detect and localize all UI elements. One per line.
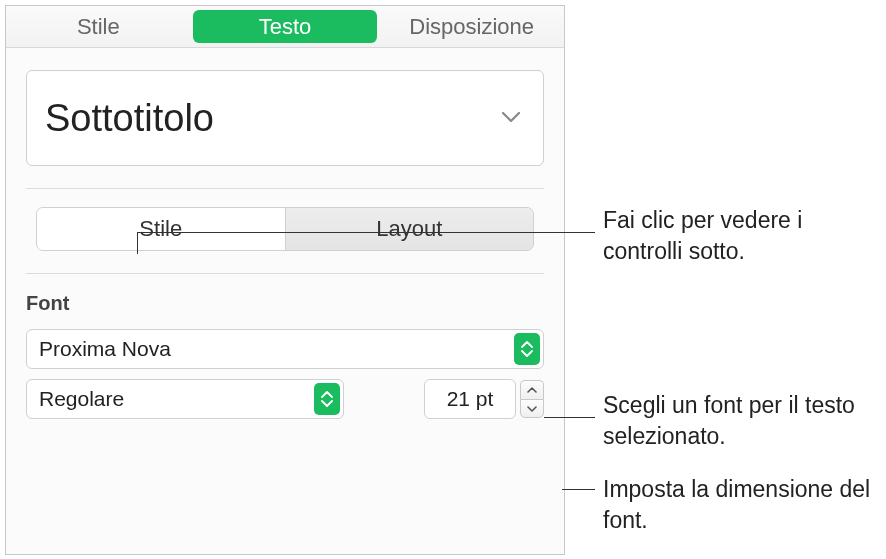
updown-arrows-icon xyxy=(314,383,340,415)
tab-label: Disposizione xyxy=(409,14,534,40)
font-size-value: 21 pt xyxy=(447,387,494,411)
chevron-up-icon xyxy=(527,387,537,393)
callout-line xyxy=(544,417,595,418)
segment-label: Layout xyxy=(376,216,442,242)
stepper-up-button[interactable] xyxy=(520,380,544,399)
inspector-content: Sottotitolo Stile Layout Font Proxima No… xyxy=(6,48,564,449)
font-typeface-select[interactable]: Regolare xyxy=(26,379,344,419)
font-typeface-row: Regolare 21 pt xyxy=(26,379,544,419)
paragraph-style-value: Sottotitolo xyxy=(45,97,214,140)
callout-text: Imposta la dimensione del font. xyxy=(603,474,883,536)
stepper-down-button[interactable] xyxy=(520,399,544,418)
tab-disposizione[interactable]: Disposizione xyxy=(379,6,564,47)
font-family-value: Proxima Nova xyxy=(39,337,171,361)
tab-stile[interactable]: Stile xyxy=(6,6,191,47)
callout-text: Scegli un font per il testo selezionato. xyxy=(603,390,883,452)
chevron-down-icon xyxy=(501,109,521,127)
callout-line xyxy=(137,232,595,233)
format-inspector-panel: Stile Testo Disposizione Sottotitolo Sti… xyxy=(5,5,565,555)
callout-line xyxy=(137,232,138,254)
font-typeface-value: Regolare xyxy=(39,387,124,411)
subtab-stile[interactable]: Stile xyxy=(37,208,286,250)
inspector-tabs: Stile Testo Disposizione xyxy=(6,6,564,48)
font-size-group: 21 pt xyxy=(424,379,544,419)
callout-line xyxy=(562,489,595,490)
tab-label: Stile xyxy=(77,14,120,40)
updown-arrows-icon xyxy=(514,333,540,365)
font-size-stepper xyxy=(520,379,544,419)
subtab-layout[interactable]: Layout xyxy=(286,208,534,250)
paragraph-style-select[interactable]: Sottotitolo xyxy=(26,70,544,166)
segment-label: Stile xyxy=(139,216,182,242)
font-family-select[interactable]: Proxima Nova xyxy=(26,329,544,369)
font-section-label: Font xyxy=(26,292,544,315)
font-family-row: Proxima Nova xyxy=(26,329,544,369)
callout-text: Fai clic per vedere i controlli sotto. xyxy=(603,205,873,267)
chevron-down-icon xyxy=(527,406,537,412)
font-size-input[interactable]: 21 pt xyxy=(424,379,516,419)
text-subtabs: Stile Layout xyxy=(36,207,534,251)
divider xyxy=(26,188,544,189)
tab-testo[interactable]: Testo xyxy=(193,10,378,43)
divider xyxy=(26,273,544,274)
tab-label: Testo xyxy=(259,14,312,40)
